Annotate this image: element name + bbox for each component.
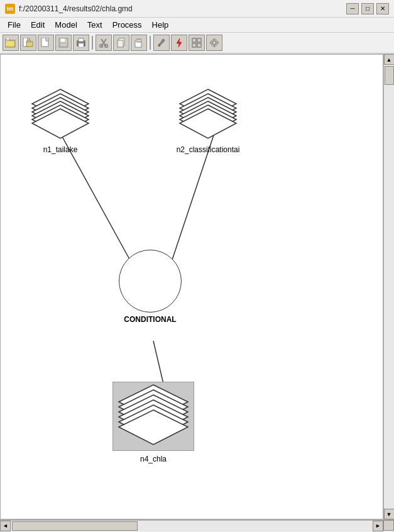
n4-label: n4_chla xyxy=(140,455,167,463)
svg-rect-3 xyxy=(6,38,9,40)
cut-button[interactable] xyxy=(96,35,112,51)
svg-rect-12 xyxy=(60,43,67,47)
title-bar: Im f:/20200311_4/results02/chla.gmd ─ □ … xyxy=(0,0,394,18)
print-button[interactable] xyxy=(73,35,89,51)
scroll-track-horizontal[interactable] xyxy=(11,521,373,531)
save-button[interactable] xyxy=(55,35,72,51)
node-n2-classification[interactable]: n2_classificationtai xyxy=(173,86,243,143)
menu-help[interactable]: Help xyxy=(147,19,174,31)
wrench-button[interactable] xyxy=(153,35,170,51)
conditional-node[interactable]: CONDITIONAL xyxy=(119,250,182,313)
svg-rect-2 xyxy=(6,41,14,47)
svg-rect-21 xyxy=(118,40,123,47)
horizontal-scrollbar: ◄ ► xyxy=(0,520,383,531)
node-n4-chla[interactable]: n4_chla xyxy=(112,382,194,451)
svg-point-32 xyxy=(211,40,218,47)
menu-model[interactable]: Model xyxy=(50,19,82,31)
menu-edit[interactable]: Edit xyxy=(26,19,50,31)
scroll-left-button[interactable]: ◄ xyxy=(0,521,11,531)
svg-rect-30 xyxy=(197,43,201,47)
scroll-thumb-vertical[interactable] xyxy=(385,66,394,85)
scroll-down-button[interactable]: ▼ xyxy=(384,509,395,519)
window-title: f:/20200311_4/results02/chla.gmd xyxy=(19,4,133,13)
vertical-scrollbar: ▲ ▼ xyxy=(383,54,394,519)
menu-bar: File Edit Model Text Process Help xyxy=(0,18,394,33)
svg-rect-29 xyxy=(192,43,196,47)
bottom-bar: ◄ ► xyxy=(0,519,394,532)
svg-rect-14 xyxy=(79,38,84,42)
conditional-circle xyxy=(119,250,182,313)
toolbar-separator-2 xyxy=(150,36,151,50)
new-button[interactable] xyxy=(38,35,54,51)
window-controls: ─ □ ✕ xyxy=(346,3,389,14)
svg-marker-26 xyxy=(177,38,182,47)
svg-point-31 xyxy=(212,41,216,45)
settings-button[interactable] xyxy=(206,35,222,51)
svg-rect-27 xyxy=(192,38,196,42)
toolbar-separator-1 xyxy=(92,36,93,50)
title-bar-left: Im f:/20200311_4/results02/chla.gmd xyxy=(5,4,133,14)
svg-rect-11 xyxy=(60,38,65,42)
main-area: n1_tailake n2_classificationtai CON xyxy=(0,54,394,519)
expand-button[interactable] xyxy=(189,35,205,51)
app-icon: Im xyxy=(5,4,15,14)
n2-label: n2_classificationtai xyxy=(177,145,240,154)
node-n1-tailake[interactable]: n1_tailake xyxy=(26,86,95,143)
copy-button[interactable] xyxy=(113,35,129,51)
scroll-track-vertical[interactable] xyxy=(384,65,395,509)
open-folder-button[interactable] xyxy=(3,35,19,51)
scroll-thumb-horizontal[interactable] xyxy=(12,521,138,531)
conditional-label: CONDITIONAL xyxy=(124,315,176,324)
paste-button[interactable] xyxy=(131,35,147,51)
n4-stack-icon xyxy=(112,382,194,451)
n2-stack-icon xyxy=(173,86,243,143)
menu-text[interactable]: Text xyxy=(82,19,107,31)
scroll-up-button[interactable]: ▲ xyxy=(384,54,395,65)
open-file-button[interactable] xyxy=(20,35,36,51)
n1-label: n1_tailake xyxy=(43,145,78,154)
svg-rect-15 xyxy=(79,43,84,47)
scroll-right-button[interactable]: ► xyxy=(373,521,383,531)
menu-process[interactable]: Process xyxy=(107,19,147,31)
canvas-area[interactable]: n1_tailake n2_classificationtai CON xyxy=(0,54,383,519)
menu-file[interactable]: File xyxy=(3,19,26,31)
n1-stack-icon xyxy=(26,86,95,143)
maximize-button[interactable]: □ xyxy=(361,3,374,14)
lightning-button[interactable] xyxy=(171,35,187,51)
minimize-button[interactable]: ─ xyxy=(346,3,359,14)
svg-rect-24 xyxy=(136,40,141,42)
scroll-corner xyxy=(383,520,394,531)
close-button[interactable]: ✕ xyxy=(376,3,389,14)
svg-rect-7 xyxy=(27,40,30,42)
toolbar xyxy=(0,33,394,54)
svg-rect-28 xyxy=(197,38,201,42)
